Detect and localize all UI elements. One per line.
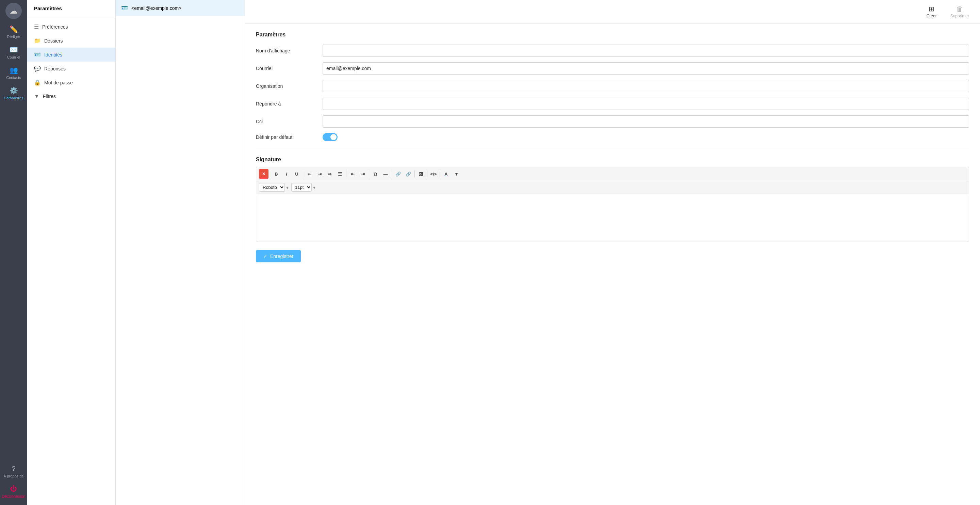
sep6 [414, 170, 415, 177]
signature-body[interactable] [256, 194, 969, 242]
label-courriel: Courriel [256, 66, 317, 71]
font-color-dropdown[interactable]: ▾ [452, 169, 461, 178]
sig-toolbar-row2: Roboto ▾ 11pt ▾ [256, 181, 969, 194]
align-right-button[interactable]: ⇨ [325, 169, 334, 178]
plus-icon: ⊞ [929, 5, 934, 13]
sidebar-label-parametres: Paramètres [4, 96, 24, 100]
signature-editor: ✕ B I U ⇤ ⇥ ⇨ ☰ ⇤ ⇥ Ω — � [256, 167, 969, 242]
input-cci[interactable] [323, 115, 969, 127]
lock-icon: 🔒 [34, 79, 41, 86]
link-button[interactable]: 🔗 [393, 169, 403, 178]
sidebar-item-rediger[interactable]: ✏️ Rédiger [0, 22, 27, 42]
menu-list: ☰ Préférences 📁 Dossiers 🪪 Identités 💬 R… [27, 17, 115, 106]
font-color-button[interactable]: A [441, 169, 451, 178]
toggle-definir-defaut[interactable] [323, 133, 337, 141]
unlink-button[interactable]: 🔗 [404, 169, 413, 178]
logo-icon: ☁ [10, 6, 18, 16]
checkmark-icon: ✓ [263, 253, 267, 259]
identity-list-item[interactable]: 🪪 <email@exemple.com> [116, 0, 245, 16]
clear-button[interactable]: ✕ [259, 169, 269, 178]
justify-button[interactable]: ☰ [335, 169, 345, 178]
form-row-cci: Cci [256, 115, 969, 127]
supprimer-label: Supprimer [950, 14, 969, 18]
sidebar-item-courriel[interactable]: ✉️ Courriel [0, 42, 27, 63]
trash-icon: 🗑 [956, 5, 963, 13]
identity-list-label: <email@exemple.com> [131, 5, 181, 11]
font-family-arrow: ▾ [286, 185, 288, 190]
menu-item-dossiers[interactable]: 📁 Dossiers [27, 34, 115, 48]
app-logo: ☁ [5, 3, 22, 19]
menu-label-filtres: Filtres [43, 94, 56, 99]
supprimer-button[interactable]: 🗑 Supprimer [948, 4, 972, 20]
align-center-button[interactable]: ⇥ [315, 169, 324, 178]
source-button[interactable]: </> [429, 169, 438, 178]
menu-item-filtres[interactable]: ▼ Filtres [27, 89, 115, 103]
main-toolbar: ⊞ Créer 🗑 Supprimer [245, 0, 980, 24]
menu-label-preferences: Préférences [42, 24, 68, 30]
filter-icon: ▼ [34, 93, 40, 99]
menu-panel: Paramètres ☰ Préférences 📁 Dossiers 🪪 Id… [27, 0, 116, 505]
input-repondre-a[interactable] [323, 98, 969, 110]
main-content: ⊞ Créer 🗑 Supprimer Paramètres Nom d'aff… [245, 0, 980, 505]
sidebar-item-deconnexion[interactable]: ⏻ Déconnexion [0, 481, 27, 502]
menu-label-motdepasse: Mot de passe [44, 80, 73, 85]
sidebar-item-contacts[interactable]: 👥 Contacts [0, 63, 27, 83]
image-button[interactable]: 🖼 [416, 169, 426, 178]
identity-icon: 🪪 [34, 51, 41, 58]
label-definir-par-defaut: Définir par défaut [256, 134, 317, 140]
label-nom-affichage: Nom d'affichage [256, 48, 317, 53]
font-family-select[interactable]: Roboto [259, 183, 285, 191]
label-cci: Cci [256, 119, 317, 124]
sidebar-label-courriel: Courriel [7, 55, 21, 59]
settings-icon: ⚙️ [10, 86, 18, 95]
font-size-select[interactable]: 11pt [291, 183, 312, 191]
menu-item-preferences[interactable]: ☰ Préférences [27, 20, 115, 34]
sidebar: ☁ ✏️ Rédiger ✉️ Courriel 👥 Contacts ⚙️ P… [0, 0, 27, 505]
identity-list-icon: 🪪 [121, 5, 128, 11]
divider [256, 148, 969, 148]
special-chars-button[interactable]: Ω [371, 169, 380, 178]
sep2 [303, 170, 303, 177]
menu-label-identites: Identités [44, 52, 62, 57]
form-section-title: Paramètres [256, 32, 969, 38]
logout-icon: ⏻ [10, 485, 17, 493]
save-button[interactable]: ✓ Enregistrer [256, 250, 301, 262]
reply-icon: 💬 [34, 65, 41, 72]
toggle-slider [323, 133, 337, 141]
align-left-button[interactable]: ⇤ [305, 169, 314, 178]
input-nom-affichage[interactable] [323, 45, 969, 57]
input-courriel[interactable] [323, 62, 969, 75]
sig-toolbar-row1: ✕ B I U ⇤ ⇥ ⇨ ☰ ⇤ ⇥ Ω — � [256, 167, 969, 181]
save-label: Enregistrer [270, 253, 293, 259]
sidebar-label-apropos: À propos de [3, 474, 24, 478]
indent-less-button[interactable]: ⇤ [348, 169, 357, 178]
menu-label-reponses: Réponses [44, 66, 66, 72]
sidebar-label-rediger: Rédiger [7, 35, 21, 39]
sep8 [440, 170, 440, 177]
hr-button[interactable]: — [381, 169, 390, 178]
form-row-repondre: Répondre à [256, 98, 969, 110]
label-organisation: Organisation [256, 83, 317, 89]
label-repondre-a: Répondre à [256, 101, 317, 107]
bold-button[interactable]: B [272, 169, 281, 178]
folder-icon: 📁 [34, 37, 41, 44]
form-row-toggle: Définir par défaut [256, 133, 969, 141]
input-organisation[interactable] [323, 80, 969, 92]
sidebar-item-parametres[interactable]: ⚙️ Paramètres [0, 83, 27, 104]
preferences-icon: ☰ [34, 24, 39, 30]
underline-button[interactable]: U [292, 169, 301, 178]
signature-section: Signature ✕ B I U ⇤ ⇥ ⇨ ☰ ⇤ ⇥ [256, 156, 969, 242]
menu-panel-title: Paramètres [27, 0, 115, 17]
contacts-icon: 👥 [10, 66, 18, 74]
indent-more-button[interactable]: ⇥ [358, 169, 368, 178]
menu-item-identites[interactable]: 🪪 Identités [27, 48, 115, 62]
sidebar-item-apropos[interactable]: ? À propos de [0, 462, 27, 481]
form-row-nom: Nom d'affichage [256, 45, 969, 57]
italic-button[interactable]: I [282, 169, 291, 178]
creer-label: Créer [927, 14, 937, 18]
menu-item-reponses[interactable]: 💬 Réponses [27, 62, 115, 76]
creer-button[interactable]: ⊞ Créer [924, 3, 940, 20]
menu-item-motdepasse[interactable]: 🔒 Mot de passe [27, 76, 115, 89]
font-size-arrow: ▾ [313, 185, 315, 190]
list-panel: 🪪 <email@exemple.com> [116, 0, 245, 505]
